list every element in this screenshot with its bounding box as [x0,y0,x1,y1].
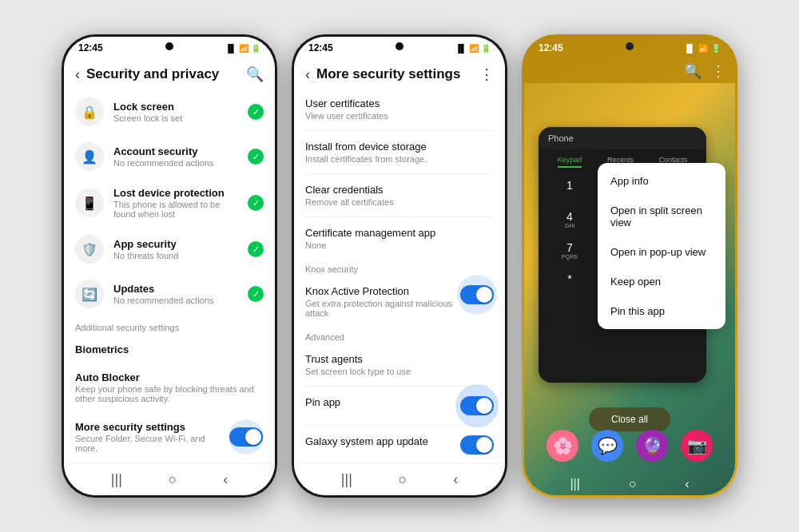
divider-2 [305,173,494,174]
trust-agents-texts: Trust agents Set screen lock type to use [305,353,494,376]
back-button-2[interactable]: ‹ [305,66,310,83]
more-recents-icon[interactable]: ⋮ [711,62,725,80]
section-additional: Additional security settings [64,316,275,335]
setting-user-certs[interactable]: User certificates View user certificates [294,89,505,129]
cert-mgmt-title: Certificate management app [305,227,494,239]
setting-updates[interactable]: 🔄 Updates No recommended actions ✓ [64,272,275,316]
nav-recent-apps[interactable]: ||| [111,471,122,488]
cert-mgmt-sub: None [305,240,494,250]
setting-cert-mgmt[interactable]: Certificate management app None [294,219,505,258]
dialer-key-star[interactable]: * [545,268,594,296]
setting-trust-agents[interactable]: Trust agents Set screen lock type to use [294,345,505,384]
context-pin-app[interactable]: Pin this app [598,296,725,326]
pin-app-toggle[interactable] [460,396,494,415]
dialer-key-4[interactable]: 4GHI [545,205,594,233]
setting-biometrics[interactable]: Biometrics [64,335,275,363]
setting-lost-device[interactable]: 📱 Lost device protection This phone is a… [64,179,275,227]
setting-install-storage[interactable]: Install from device storage Install cert… [294,133,505,172]
setting-account-security[interactable]: 👤 Account security No recommended action… [64,134,275,179]
divider-1 [305,130,494,131]
nav-back-3[interactable]: ‹ [685,477,689,491]
dock-app-3[interactable]: 📷 [681,430,713,462]
page-title-2: More security settings [316,66,473,82]
phone-1: 12:45 ▐▌ 📶 🔋 ‹ Security and privacy 🔍 🔒 … [62,34,277,498]
signal-icon-2: ▐▌ [455,44,467,53]
divider-5 [305,425,494,426]
nav-recent-apps-2[interactable]: ||| [341,471,352,488]
dialer-key-7[interactable]: 7PQRS [545,236,594,264]
lock-screen-text: Lock screen Screen lock is set [113,101,238,123]
close-all-button[interactable]: Close all [589,407,670,431]
install-storage-title: Install from device storage [305,141,494,153]
battery-icon-3: 🔋 [711,44,721,53]
setting-app-security[interactable]: 🛡️ App security No threats found ✓ [64,227,275,272]
setting-auto-blocker[interactable]: Auto Blocker Keep your phone safe by blo… [64,363,275,411]
bottom-nav-3: ||| ○ ‹ [524,477,735,491]
back-button-1[interactable]: ‹ [75,66,80,83]
setting-lock-screen[interactable]: 🔒 Lock screen Screen lock is set ✓ [64,89,275,134]
context-keep-open[interactable]: Keep open [598,267,725,296]
dialer-key-1[interactable]: 1 [545,174,594,202]
biometrics-title: Biometrics [75,343,264,355]
context-split-screen[interactable]: Open in split screen view [598,196,725,237]
lock-screen-title: Lock screen [113,101,238,113]
dock-app-0[interactable]: 🌸 [547,430,578,462]
install-storage-sub: Install certificates from storage. [305,154,494,164]
setting-pin-app[interactable]: Pin app [294,388,505,423]
lost-device-check: ✓ [248,195,264,211]
clear-creds-title: Clear credentials [305,184,494,196]
app-security-icon: 🛡️ [75,235,104,264]
galaxy-update-texts: Galaxy system app update [305,435,460,447]
wifi-icon-3: 📶 [698,44,708,53]
knox-sub: Get extra protection against malicious a… [305,299,460,318]
knox-toggle[interactable] [460,285,494,304]
auto-blocker-text: Auto Blocker Keep your phone safe by blo… [75,371,264,403]
settings-list-2: User certificates View user certificates… [294,89,505,463]
setting-clear-credentials[interactable]: Clear credentials Remove all certificate… [294,176,505,215]
status-icons-1: ▐▌ 📶 🔋 [225,44,260,53]
recents-screen: Phone Keypad Recents Contacts 1 2ABC 3DE… [524,83,735,495]
lock-screen-subtitle: Screen lock is set [113,113,238,123]
nav-recent-apps-3[interactable]: ||| [570,477,579,491]
nav-home[interactable]: ○ [169,471,177,488]
context-popup-view[interactable]: Open in pop-up view [598,237,725,267]
nav-home-3[interactable]: ○ [629,477,637,491]
more-security-toggle[interactable] [229,427,263,447]
search-recents-icon[interactable]: 🔍 [684,62,702,80]
context-app-info[interactable]: App info [598,166,725,196]
app-security-check: ✓ [248,241,264,257]
setting-more-security[interactable]: More security settings Secure Folder, Se… [64,411,275,463]
dialer-tab-keypad[interactable]: Keypad [558,156,582,168]
updates-check: ✓ [248,286,264,302]
user-certs-title: User certificates [305,97,494,109]
phone-2: 12:45 ▐▌ 📶 🔋 ‹ More security settings ⋮ … [292,34,507,498]
clear-creds-sub: Remove all certificates [305,197,494,207]
more-security-text: More security settings Secure Folder, Se… [75,421,219,453]
cert-mgmt-texts: Certificate management app None [305,227,494,250]
pin-app-toggle-wrap [460,396,494,415]
wifi-icon-2: 📶 [469,44,479,53]
pin-app-texts: Pin app [305,396,460,408]
nav-back[interactable]: ‹ [223,471,228,488]
more-menu-button-2[interactable]: ⋮ [479,66,494,83]
app-security-text: App security No threats found [113,238,238,260]
search-button-1[interactable]: 🔍 [246,66,264,83]
setting-knox-protection[interactable]: Knox Active Protection Get extra protect… [294,277,505,326]
status-time-2: 12:45 [308,42,333,54]
app-card-title: Phone [548,133,574,143]
auto-blocker-title: Auto Blocker [75,371,264,383]
signal-icon-3: ▐▌ [684,44,695,53]
nav-home-2[interactable]: ○ [399,471,407,488]
nav-back-2[interactable]: ‹ [453,471,458,488]
lock-screen-check: ✓ [248,104,264,120]
knox-toggle-wrap [460,285,494,304]
clear-creds-texts: Clear credentials Remove all certificate… [305,184,494,207]
dock-app-1[interactable]: 💬 [591,430,623,462]
header-2: ‹ More security settings ⋮ [294,59,505,89]
galaxy-update-toggle[interactable] [460,435,494,455]
more-security-toggle-ripple [229,419,264,455]
lost-device-text: Lost device protection This phone is all… [113,187,238,219]
setting-galaxy-update[interactable]: Galaxy system app update [294,427,505,463]
dock-app-2[interactable]: 🔮 [636,430,668,462]
recents-topbar: 🔍 ⋮ [524,59,735,83]
